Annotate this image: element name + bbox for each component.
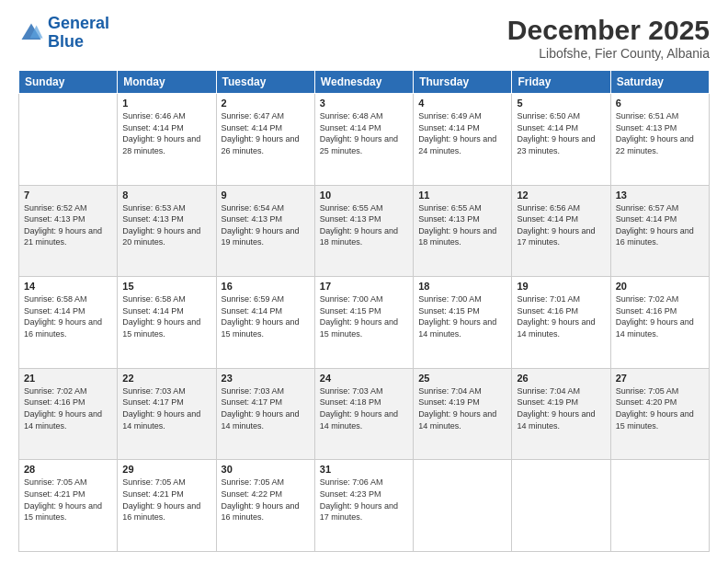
day-info: Sunrise: 7:04 AMSunset: 4:19 PMDaylight:… [517, 385, 605, 431]
day-number: 31 [320, 464, 408, 475]
day-number: 13 [616, 190, 704, 201]
day-number: 28 [24, 464, 112, 475]
calendar-week-row: 14Sunrise: 6:58 AMSunset: 4:14 PMDayligh… [19, 277, 710, 369]
day-info: Sunrise: 7:05 AMSunset: 4:20 PMDaylight:… [616, 385, 704, 431]
day-number: 3 [320, 98, 408, 109]
day-number: 4 [418, 98, 506, 109]
calendar-cell: 10Sunrise: 6:55 AMSunset: 4:13 PMDayligh… [314, 185, 413, 277]
day-number: 29 [122, 464, 210, 475]
day-info: Sunrise: 6:52 AMSunset: 4:13 PMDaylight:… [24, 202, 112, 248]
calendar-cell: 15Sunrise: 6:58 AMSunset: 4:14 PMDayligh… [118, 277, 216, 369]
calendar-cell: 2Sunrise: 6:47 AMSunset: 4:14 PMDaylight… [216, 94, 314, 186]
calendar-cell: 31Sunrise: 7:06 AMSunset: 4:23 PMDayligh… [314, 460, 413, 552]
header-cell-saturday: Saturday [610, 71, 709, 94]
day-info: Sunrise: 7:03 AMSunset: 4:17 PMDaylight:… [122, 385, 210, 431]
calendar-cell: 19Sunrise: 7:01 AMSunset: 4:16 PMDayligh… [512, 277, 610, 369]
day-info: Sunrise: 7:00 AMSunset: 4:15 PMDaylight:… [418, 293, 506, 339]
calendar-cell: 25Sunrise: 7:04 AMSunset: 4:19 PMDayligh… [414, 368, 512, 460]
calendar-cell: 1Sunrise: 6:46 AMSunset: 4:14 PMDaylight… [118, 94, 216, 186]
day-info: Sunrise: 7:05 AMSunset: 4:21 PMDaylight:… [24, 477, 112, 523]
header-cell-friday: Friday [512, 71, 610, 94]
calendar-cell: 17Sunrise: 7:00 AMSunset: 4:15 PMDayligh… [314, 277, 413, 369]
calendar-cell: 13Sunrise: 6:57 AMSunset: 4:14 PMDayligh… [610, 185, 709, 277]
page: General Blue December 2025 Libofshe, Fie… [0, 0, 728, 563]
day-info: Sunrise: 7:03 AMSunset: 4:18 PMDaylight:… [320, 385, 408, 431]
calendar-cell: 28Sunrise: 7:05 AMSunset: 4:21 PMDayligh… [19, 460, 118, 552]
day-number: 6 [616, 98, 704, 109]
header-cell-monday: Monday [118, 71, 216, 94]
calendar-cell: 22Sunrise: 7:03 AMSunset: 4:17 PMDayligh… [118, 368, 216, 460]
day-number: 17 [320, 281, 408, 292]
day-info: Sunrise: 6:47 AMSunset: 4:14 PMDaylight:… [222, 110, 310, 156]
day-info: Sunrise: 7:04 AMSunset: 4:19 PMDaylight:… [418, 385, 506, 431]
day-info: Sunrise: 6:59 AMSunset: 4:14 PMDaylight:… [222, 293, 310, 339]
day-info: Sunrise: 7:02 AMSunset: 4:16 PMDaylight:… [616, 293, 704, 339]
calendar-cell: 3Sunrise: 6:48 AMSunset: 4:14 PMDaylight… [314, 94, 413, 186]
day-info: Sunrise: 6:53 AMSunset: 4:13 PMDaylight:… [122, 202, 210, 248]
day-info: Sunrise: 6:48 AMSunset: 4:14 PMDaylight:… [320, 110, 408, 156]
day-info: Sunrise: 6:58 AMSunset: 4:14 PMDaylight:… [122, 293, 210, 339]
day-number: 24 [320, 373, 408, 384]
calendar-cell: 4Sunrise: 6:49 AMSunset: 4:14 PMDaylight… [414, 94, 512, 186]
calendar-cell: 12Sunrise: 6:56 AMSunset: 4:14 PMDayligh… [512, 185, 610, 277]
day-info: Sunrise: 7:02 AMSunset: 4:16 PMDaylight:… [24, 385, 112, 431]
calendar-cell: 16Sunrise: 6:59 AMSunset: 4:14 PMDayligh… [216, 277, 314, 369]
calendar-cell: 29Sunrise: 7:05 AMSunset: 4:21 PMDayligh… [118, 460, 216, 552]
day-number: 20 [616, 281, 704, 292]
calendar-cell [19, 94, 118, 186]
day-info: Sunrise: 7:05 AMSunset: 4:21 PMDaylight:… [122, 477, 210, 523]
day-info: Sunrise: 7:00 AMSunset: 4:15 PMDaylight:… [320, 293, 408, 339]
logo-icon [18, 20, 44, 46]
calendar-week-row: 28Sunrise: 7:05 AMSunset: 4:21 PMDayligh… [19, 460, 710, 552]
day-info: Sunrise: 6:56 AMSunset: 4:14 PMDaylight:… [517, 202, 605, 248]
calendar-week-row: 7Sunrise: 6:52 AMSunset: 4:13 PMDaylight… [19, 185, 710, 277]
title-block: December 2025 Libofshe, Fier County, Alb… [507, 15, 710, 61]
day-info: Sunrise: 6:55 AMSunset: 4:13 PMDaylight:… [418, 202, 506, 248]
day-number: 30 [222, 464, 310, 475]
day-number: 1 [122, 98, 210, 109]
calendar-cell: 18Sunrise: 7:00 AMSunset: 4:15 PMDayligh… [414, 277, 512, 369]
calendar-cell: 21Sunrise: 7:02 AMSunset: 4:16 PMDayligh… [19, 368, 118, 460]
calendar-week-row: 1Sunrise: 6:46 AMSunset: 4:14 PMDaylight… [19, 94, 710, 186]
calendar-cell: 6Sunrise: 6:51 AMSunset: 4:13 PMDaylight… [610, 94, 709, 186]
day-info: Sunrise: 6:55 AMSunset: 4:13 PMDaylight:… [320, 202, 408, 248]
day-number: 7 [24, 190, 112, 201]
subtitle: Libofshe, Fier County, Albania [507, 46, 710, 61]
calendar-cell: 8Sunrise: 6:53 AMSunset: 4:13 PMDaylight… [118, 185, 216, 277]
calendar-table: SundayMondayTuesdayWednesdayThursdayFrid… [18, 70, 710, 552]
calendar-cell: 20Sunrise: 7:02 AMSunset: 4:16 PMDayligh… [610, 277, 709, 369]
day-number: 18 [418, 281, 506, 292]
day-number: 8 [122, 190, 210, 201]
calendar-cell: 27Sunrise: 7:05 AMSunset: 4:20 PMDayligh… [610, 368, 709, 460]
calendar-cell: 11Sunrise: 6:55 AMSunset: 4:13 PMDayligh… [414, 185, 512, 277]
day-info: Sunrise: 6:54 AMSunset: 4:13 PMDaylight:… [222, 202, 310, 248]
calendar-cell: 5Sunrise: 6:50 AMSunset: 4:14 PMDaylight… [512, 94, 610, 186]
header-cell-wednesday: Wednesday [314, 71, 413, 94]
header-cell-thursday: Thursday [414, 71, 512, 94]
calendar-cell: 7Sunrise: 6:52 AMSunset: 4:13 PMDaylight… [19, 185, 118, 277]
calendar-cell [512, 460, 610, 552]
day-number: 22 [122, 373, 210, 384]
day-number: 21 [24, 373, 112, 384]
day-info: Sunrise: 6:50 AMSunset: 4:14 PMDaylight:… [517, 110, 605, 156]
day-info: Sunrise: 6:46 AMSunset: 4:14 PMDaylight:… [122, 110, 210, 156]
day-info: Sunrise: 6:49 AMSunset: 4:14 PMDaylight:… [418, 110, 506, 156]
day-info: Sunrise: 6:58 AMSunset: 4:14 PMDaylight:… [24, 293, 112, 339]
day-number: 14 [24, 281, 112, 292]
logo-text: General Blue [48, 15, 109, 52]
calendar-cell: 24Sunrise: 7:03 AMSunset: 4:18 PMDayligh… [314, 368, 413, 460]
day-number: 19 [517, 281, 605, 292]
day-number: 15 [122, 281, 210, 292]
day-info: Sunrise: 7:05 AMSunset: 4:22 PMDaylight:… [222, 477, 310, 523]
day-number: 5 [517, 98, 605, 109]
calendar-cell: 30Sunrise: 7:05 AMSunset: 4:22 PMDayligh… [216, 460, 314, 552]
header-cell-sunday: Sunday [19, 71, 118, 94]
day-number: 16 [222, 281, 310, 292]
day-number: 12 [517, 190, 605, 201]
calendar-cell: 9Sunrise: 6:54 AMSunset: 4:13 PMDaylight… [216, 185, 314, 277]
calendar-header-row: SundayMondayTuesdayWednesdayThursdayFrid… [19, 71, 710, 94]
header: General Blue December 2025 Libofshe, Fie… [18, 15, 710, 61]
day-number: 25 [418, 373, 506, 384]
day-info: Sunrise: 7:03 AMSunset: 4:17 PMDaylight:… [222, 385, 310, 431]
day-number: 11 [418, 190, 506, 201]
